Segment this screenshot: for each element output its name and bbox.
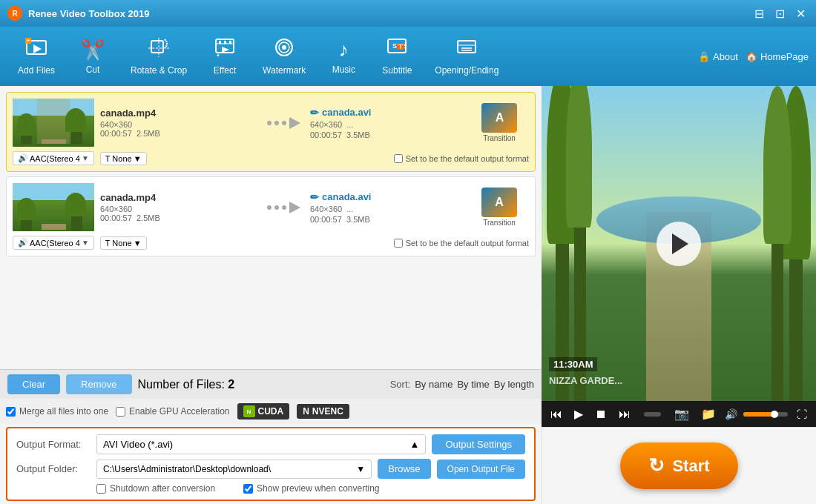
rotate-crop-label: Rotate & Crop (131, 65, 187, 76)
shutdown-checkbox[interactable] (96, 484, 106, 494)
shutdown-option[interactable]: Shutdown after conversion (96, 483, 215, 494)
output-resolution: 640×360 ... (310, 205, 464, 213)
gpu-option[interactable]: Enable GPU Acceleration (116, 406, 229, 417)
svg-marker-3 (33, 44, 42, 53)
audio-codec-select[interactable]: 🔊 AAC(Stereo 4 ▼ (13, 236, 94, 250)
cut-icon: ✂️ (81, 39, 105, 62)
maximize-button[interactable]: ⊡ (771, 5, 788, 21)
output-info: ✏ canada.avi 640×360 ... 00:00:57 3.5MB (310, 191, 464, 224)
start-area: ↻ Start (542, 427, 816, 504)
volume-fill (743, 412, 774, 417)
nvenc-badge: N NVENC (297, 404, 349, 419)
audio-icon2: 🔊 (18, 238, 28, 248)
merge-checkbox[interactable] (6, 407, 16, 417)
browse-button[interactable]: Browse (378, 459, 430, 479)
preview-option[interactable]: Show preview when converting (243, 483, 379, 494)
svg-point-27 (267, 121, 272, 125)
format-select[interactable]: AVI Video (*.avi) ▲ (96, 434, 426, 454)
gpu-checkbox[interactable] (116, 407, 125, 417)
toolbar-music[interactable]: ♪ Music (317, 32, 369, 82)
toolbar-watermark[interactable]: Watermark (252, 32, 316, 82)
video-player: 11:30AM NIZZA GARDE... ⏮ ▶ ⏹ ⏭ 📷 📁 🔊 ⛶ (542, 86, 816, 427)
transition-icon: A (481, 103, 517, 133)
default-format-checkbox[interactable] (394, 154, 403, 163)
open-output-button[interactable]: Open Output File (437, 460, 525, 479)
subtitle-dropdown-arrow2: ▼ (134, 239, 142, 248)
toolbar-effect[interactable]: ✦ Effect (199, 32, 251, 82)
camera-button[interactable]: 📷 (671, 405, 692, 422)
toolbar-rotate-crop[interactable]: Rotate & Crop (120, 32, 197, 82)
stop-button[interactable]: ⏹ (592, 406, 610, 422)
toolbar-opening-ending[interactable]: Opening/Ending (424, 32, 509, 82)
toolbar-add-files[interactable]: + Add Files (7, 32, 65, 82)
folder-button[interactable]: 📁 (698, 405, 719, 422)
sort-by-name[interactable]: By name (415, 379, 453, 390)
minimize-button[interactable]: ⊟ (751, 5, 767, 21)
close-button[interactable]: ✕ (792, 5, 809, 21)
video-overlay (542, 86, 816, 401)
output-settings: Output Format: AVI Video (*.avi) ▲ Outpu… (6, 427, 536, 501)
folder-path-value: C:\Users\Administrator\Desktop\download\ (103, 464, 271, 474)
clear-button[interactable]: Clear (7, 374, 60, 394)
homepage-button[interactable]: 🏠 HomePage (746, 51, 809, 62)
home-icon: 🏠 (746, 51, 757, 62)
music-label: Music (332, 64, 355, 75)
svg-text:+: + (27, 38, 30, 43)
homepage-label: HomePage (760, 51, 809, 62)
folder-path[interactable]: C:\Users\Administrator\Desktop\download\… (96, 460, 372, 479)
toolbar-cut[interactable]: ✂️ Cut (67, 32, 119, 82)
skip-back-button[interactable]: ⏮ (547, 406, 565, 422)
audio-codec-value: AAC(Stereo 4 (30, 239, 80, 248)
output-filename-header: ✏ canada.avi (310, 191, 464, 203)
svg-rect-11 (219, 41, 221, 44)
default-format-checkbox2[interactable] (394, 239, 403, 248)
output-settings-button[interactable]: Output Settings (432, 434, 525, 454)
effect-icon: ✦ (214, 38, 235, 62)
output-filename-header: ✏ canada.avi (310, 107, 464, 119)
extra-options-row: Shutdown after conversion Show preview w… (16, 483, 525, 494)
sort-by-time[interactable]: By time (457, 379, 489, 390)
volume-knob[interactable] (771, 411, 778, 418)
sort-by-length[interactable]: By length (494, 379, 534, 390)
input-filename: canada.mp4 (100, 107, 254, 119)
audio-codec-select[interactable]: 🔊 AAC(Stereo 4 ▼ (13, 151, 94, 165)
default-format-option[interactable]: Set to be the default output format (394, 154, 529, 163)
svg-marker-34 (289, 202, 300, 213)
toolbar-subtitle[interactable]: SUBT Subtitle (371, 32, 423, 82)
input-duration-size: 00:00:57 2.5MB (100, 213, 254, 222)
volume-icon: 🔊 (725, 408, 737, 420)
play-button-large[interactable] (657, 222, 701, 266)
music-icon: ♪ (339, 39, 349, 62)
audio-codec-value: AAC(Stereo 4 (30, 154, 80, 163)
merge-option[interactable]: Merge all files into one (6, 406, 108, 417)
svg-rect-12 (224, 41, 226, 44)
preview-checkbox[interactable] (243, 484, 253, 494)
start-button[interactable]: ↻ Start (620, 442, 737, 489)
default-format-option[interactable]: Set to be the default output format (394, 239, 529, 248)
audio-dropdown-arrow: ▼ (82, 154, 89, 162)
skip-forward-button[interactable]: ⏭ (616, 406, 634, 422)
play-pause-button[interactable]: ▶ (571, 405, 586, 422)
subtitle-icon: SUBT (386, 38, 407, 62)
svg-marker-14 (222, 47, 229, 53)
folder-label: Output Folder: (16, 463, 91, 474)
app-title: Renee Video Toolbox 2019 (28, 8, 150, 19)
fullscreen-button[interactable]: ⛶ (794, 407, 810, 422)
progress-bar[interactable] (644, 412, 661, 417)
volume-bar[interactable] (743, 412, 788, 417)
remove-button[interactable]: Remove (66, 374, 131, 394)
about-button[interactable]: 🔒 About (698, 51, 738, 62)
gpu-label: Enable GPU Acceleration (129, 406, 229, 417)
file-thumbnail (13, 99, 94, 147)
opening-ending-icon (456, 38, 477, 62)
subtitle-select[interactable]: T None ▼ (100, 152, 147, 165)
input-resolution: 640×360 (100, 205, 254, 213)
transition-label: Transition (483, 134, 516, 142)
file-item: canada.mp4 640×360 00:00:57 2.5MB (6, 92, 536, 172)
input-duration-size: 00:00:57 2.5MB (100, 129, 254, 138)
svg-point-33 (282, 205, 286, 210)
subtitle-select[interactable]: T None ▼ (100, 236, 147, 250)
folder-dropdown-arrow: ▼ (356, 464, 365, 474)
output-resolution: 640×360 ... (310, 120, 464, 129)
sort-label: Sort: (390, 379, 410, 390)
